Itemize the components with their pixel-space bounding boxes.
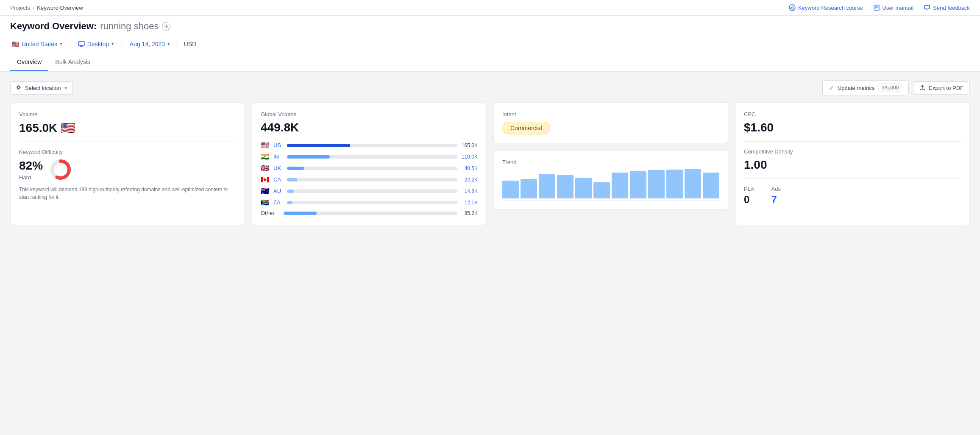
- send-feedback-link[interactable]: Send feedback: [924, 4, 970, 11]
- export-pdf-button[interactable]: Export to PDF: [913, 81, 970, 95]
- intent-trend-column: Intent Commercial Trend: [493, 102, 728, 225]
- keyword-value: running shoes: [100, 21, 159, 32]
- cpc-label: CPC: [744, 111, 961, 117]
- card-divider-comp: [744, 178, 961, 179]
- bar-uk: [287, 167, 457, 170]
- currency-label: USD: [184, 41, 197, 47]
- tab-overview[interactable]: Overview: [10, 53, 48, 71]
- flag-uk: 🇬🇧: [261, 164, 270, 172]
- card-divider-1: [19, 142, 236, 142]
- keyword-course-link[interactable]: Keyword Research course: [789, 4, 863, 11]
- ads-value: 7: [771, 194, 781, 206]
- page-title: Keyword Overview: running shoes +: [10, 21, 970, 36]
- kd-row: 82% Hard: [19, 159, 236, 181]
- trend-bar-0: [502, 181, 519, 198]
- code-in[interactable]: IN: [273, 153, 284, 160]
- volume-value: 165.0K 🇺🇸: [19, 121, 236, 135]
- trend-bar-4: [575, 178, 592, 198]
- intent-badge: Commercial: [502, 122, 550, 134]
- date-filter[interactable]: Aug 14, 2023 ▾: [128, 40, 172, 48]
- cpc-value: $1.60: [744, 121, 961, 134]
- val-uk: 40.5K: [461, 165, 478, 171]
- main-content: Select location ▾ ✓ Update metrics 3/5,0…: [0, 72, 980, 234]
- device-filter[interactable]: Desktop ▾: [76, 40, 116, 48]
- user-manual-link[interactable]: User manual: [873, 4, 914, 11]
- breadcrumb: Projects › Keyword Overview: [10, 5, 83, 11]
- tabs: Overview Bulk Analysis: [10, 53, 970, 71]
- val-za: 12.1K: [461, 200, 478, 206]
- other-row: Other 85.2K: [261, 210, 478, 216]
- comp-density-value: 1.00: [744, 158, 961, 172]
- graduation-icon: [789, 4, 796, 11]
- pla-label: PLA: [744, 186, 754, 192]
- volume-label: Volume: [19, 111, 236, 117]
- trend-bar-8: [648, 170, 665, 198]
- val-in: 110.0K: [461, 154, 478, 160]
- breadcrumb-current: Keyword Overview: [37, 5, 83, 11]
- filter-sep-3: |: [177, 39, 179, 48]
- code-au[interactable]: AU: [273, 188, 284, 194]
- trend-bar-10: [685, 169, 701, 198]
- trend-bar-2: [539, 174, 555, 198]
- trend-bar-6: [612, 173, 628, 198]
- book-icon: [873, 4, 880, 11]
- chat-icon: [924, 4, 930, 11]
- breadcrumb-sep: ›: [33, 5, 34, 11]
- toolbar-right: ✓ Update metrics 3/5,000 Export to PDF: [822, 80, 970, 95]
- code-us[interactable]: US: [273, 142, 284, 148]
- code-uk[interactable]: UK: [273, 165, 284, 171]
- svg-point-0: [789, 5, 795, 11]
- intent-label: Intent: [502, 111, 719, 117]
- filter-sep-2: |: [121, 39, 123, 48]
- flag-ca: 🇨🇦: [261, 176, 270, 184]
- upload-icon: [919, 85, 925, 91]
- kd-description: This keyword will demand 188 high-author…: [19, 186, 236, 201]
- flag-in: 🇮🇳: [261, 153, 270, 161]
- trend-bar-3: [557, 175, 574, 198]
- device-chevron-icon: ▾: [111, 41, 114, 47]
- bar-us: [287, 144, 457, 147]
- volume-kd-card: Volume 165.0K 🇺🇸 Keyword Difficulty 82% …: [10, 102, 245, 225]
- trend-bar-11: [703, 173, 719, 198]
- flag-za: 🇿🇦: [261, 198, 270, 206]
- kd-value-container: 82% Hard: [19, 159, 43, 181]
- location-pin-icon: [16, 85, 22, 91]
- trend-label: Trend: [502, 159, 719, 165]
- trend-bar-1: [521, 179, 537, 198]
- toolbar: Select location ▾ ✓ Update metrics 3/5,0…: [10, 80, 970, 95]
- trend-bar-7: [630, 171, 646, 198]
- comp-density-label: Competitive Density: [744, 148, 961, 155]
- location-filter[interactable]: 🇺🇸 United States ▾: [10, 40, 64, 48]
- pla-item: PLA 0: [744, 186, 754, 206]
- ads-item: Ads 7: [771, 186, 781, 206]
- page-header: Keyword Overview: running shoes + 🇺🇸 Uni…: [0, 16, 980, 53]
- flag-au: 🇦🇺: [261, 187, 270, 195]
- select-location-button[interactable]: Select location ▾: [10, 81, 73, 95]
- other-label: Other: [261, 210, 280, 216]
- update-metrics-button[interactable]: ✓ Update metrics 3/5,000: [822, 80, 909, 95]
- code-za[interactable]: ZA: [273, 199, 284, 206]
- global-volume-value: 449.8K: [261, 121, 478, 134]
- card-divider-cpc: [744, 141, 961, 142]
- breadcrumb-parent[interactable]: Projects: [10, 5, 30, 11]
- tab-bulk-analysis[interactable]: Bulk Analysis: [48, 53, 97, 71]
- pla-value: 0: [744, 194, 754, 206]
- bar-au: [287, 190, 457, 193]
- bar-ca: [287, 178, 457, 181]
- check-icon: ✓: [829, 84, 834, 92]
- cpc-card: CPC $1.60 Competitive Density 1.00 PLA 0…: [735, 102, 970, 225]
- country-row-au: 🇦🇺 AU 14.8K: [261, 187, 478, 195]
- bar-za: [287, 201, 457, 204]
- filter-bar: 🇺🇸 United States ▾ | Desktop ▾ | Aug 14,…: [10, 36, 970, 53]
- country-row-us: 🇺🇸 US 165.0K: [261, 141, 478, 149]
- select-location-chevron-icon: ▾: [64, 85, 67, 91]
- val-us: 165.0K: [461, 142, 478, 148]
- metrics-count-badge: 3/5,000: [878, 84, 902, 92]
- add-keyword-button[interactable]: +: [162, 22, 170, 31]
- trend-bar-9: [666, 170, 683, 198]
- trend-card: Trend: [493, 150, 728, 209]
- intent-card: Intent Commercial: [493, 102, 728, 143]
- trend-chart: [502, 169, 719, 198]
- code-ca[interactable]: CA: [273, 176, 284, 183]
- global-volume-label: Global Volume: [261, 111, 478, 117]
